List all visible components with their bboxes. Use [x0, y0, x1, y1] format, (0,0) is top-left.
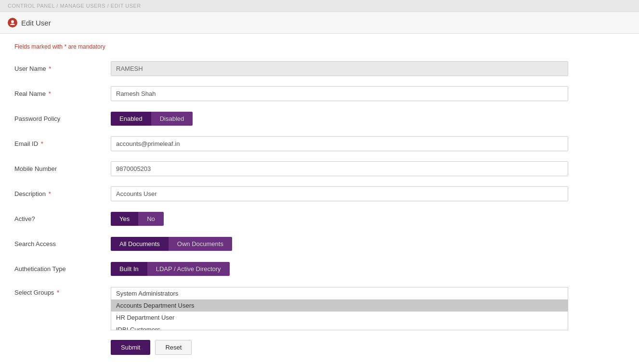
mandatory-note: Fields marked with * are mandatory	[14, 43, 625, 50]
breadcrumb-item-3: EDIT USER	[111, 3, 141, 9]
user-icon	[8, 18, 17, 27]
page-title: Edit User	[21, 19, 51, 27]
password-policy-disabled-btn[interactable]: Disabled	[151, 112, 193, 126]
form-actions: Submit Reset	[14, 340, 625, 355]
username-label: User Name *	[14, 65, 111, 72]
breadcrumb: CONTROL PANEL / MANAGE USERS / EDIT USER	[0, 0, 639, 12]
mobile-row: Mobile Number	[14, 160, 625, 177]
mobile-input[interactable]	[111, 161, 568, 176]
email-input[interactable]	[111, 136, 568, 151]
description-input[interactable]	[111, 186, 568, 201]
password-policy-enabled-btn[interactable]: Enabled	[111, 112, 151, 126]
username-row: User Name *	[14, 60, 625, 77]
email-row: Email ID *	[14, 135, 625, 152]
mandatory-prefix: Fields marked with	[14, 43, 64, 50]
active-yes-btn[interactable]: Yes	[111, 212, 138, 226]
group-item-accounts-dept[interactable]: Accounts Department Users	[111, 299, 568, 312]
search-access-toggle: All Documents Own Documents	[111, 237, 232, 251]
active-toggle: Yes No	[111, 212, 164, 226]
group-item-idbi[interactable]: IDBI Customers	[111, 324, 568, 330]
search-access-all-btn[interactable]: All Documents	[111, 237, 169, 251]
mandatory-suffix: are mandatory	[66, 43, 105, 50]
auth-type-label: Authetication Type	[14, 265, 111, 273]
breadcrumb-item-2: MANAGE USERS	[60, 3, 105, 9]
realname-input[interactable]	[111, 86, 568, 101]
password-policy-row: Password Policy Enabled Disabled	[14, 110, 625, 127]
active-no-btn[interactable]: No	[138, 212, 164, 226]
group-item-hr-dept[interactable]: HR Department User	[111, 312, 568, 324]
search-access-row: Search Access All Documents Own Document…	[14, 235, 625, 252]
select-groups-label: Select Groups *	[14, 287, 111, 296]
auth-ldap-btn[interactable]: LDAP / Active Directory	[147, 262, 230, 276]
auth-type-toggle: Built In LDAP / Active Directory	[111, 262, 230, 276]
realname-row: Real Name *	[14, 85, 625, 102]
password-policy-label: Password Policy	[14, 115, 111, 122]
select-groups-row: Select Groups * System Administrators Ac…	[14, 285, 625, 330]
auth-builtin-btn[interactable]: Built In	[111, 262, 147, 276]
email-label: Email ID *	[14, 140, 111, 147]
description-label: Description *	[14, 190, 111, 197]
submit-button[interactable]: Submit	[111, 340, 150, 355]
active-row: Active? Yes No	[14, 210, 625, 227]
search-access-own-btn[interactable]: Own Documents	[169, 237, 232, 251]
group-item-system-admins[interactable]: System Administrators	[111, 287, 568, 299]
realname-label: Real Name *	[14, 90, 111, 97]
svg-point-0	[11, 20, 14, 23]
description-row: Description *	[14, 185, 625, 202]
breadcrumb-sep-2: /	[107, 3, 111, 9]
active-label: Active?	[14, 215, 111, 222]
page-header: Edit User	[0, 12, 639, 34]
username-input[interactable]	[111, 61, 568, 76]
breadcrumb-item-1: CONTROL PANEL	[8, 3, 55, 9]
form-container: Fields marked with * are mandatory User …	[0, 34, 639, 364]
reset-button[interactable]: Reset	[155, 340, 192, 355]
password-policy-toggle: Enabled Disabled	[111, 112, 193, 126]
select-groups-wrapper: System Administrators Accounts Departmen…	[111, 287, 568, 330]
search-access-label: Search Access	[14, 240, 111, 247]
auth-type-row: Authetication Type Built In LDAP / Activ…	[14, 260, 625, 277]
select-groups-list[interactable]: System Administrators Accounts Departmen…	[111, 287, 568, 330]
mobile-label: Mobile Number	[14, 165, 111, 172]
